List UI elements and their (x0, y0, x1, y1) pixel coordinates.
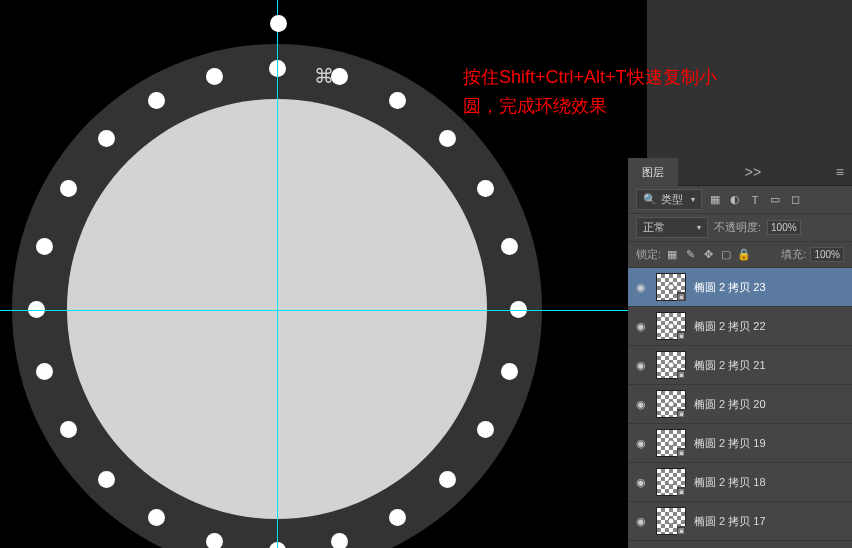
filter-type-label: 类型 (661, 192, 683, 207)
bolt-dot[interactable] (439, 130, 456, 147)
fill-label: 填充: (781, 247, 806, 262)
search-icon: 🔍 (643, 193, 657, 206)
layer-thumbnail[interactable]: ▣ (656, 507, 686, 535)
layer-row[interactable]: ◉▣椭圆 2 拷贝 18 (628, 463, 852, 502)
layer-thumbnail[interactable]: ▣ (656, 351, 686, 379)
lock-label: 锁定: (636, 247, 661, 262)
fill-value[interactable]: 100% (810, 247, 844, 262)
visibility-toggle-icon[interactable]: ◉ (634, 320, 648, 333)
filter-smart-icon[interactable]: ◻ (788, 193, 802, 206)
visibility-toggle-icon[interactable]: ◉ (634, 437, 648, 450)
visibility-toggle-icon[interactable]: ◉ (634, 398, 648, 411)
shape-layer-icon: ▣ (677, 409, 686, 418)
selected-bolt-dot[interactable] (270, 15, 287, 32)
annotation-line2: 圆，完成环绕效果 (463, 96, 607, 116)
bolt-dot[interactable] (206, 68, 223, 85)
filter-shape-icon[interactable]: ▭ (768, 193, 782, 206)
layer-name-label[interactable]: 椭圆 2 拷贝 22 (694, 319, 766, 334)
filter-pixel-icon[interactable]: ▦ (708, 193, 722, 206)
lock-brush-icon[interactable]: ✎ (683, 248, 697, 261)
bolt-dot[interactable] (206, 533, 223, 548)
layer-thumbnail[interactable]: ▣ (656, 390, 686, 418)
bolt-dot[interactable] (36, 363, 53, 380)
visibility-toggle-icon[interactable]: ◉ (634, 359, 648, 372)
layer-row[interactable]: ◉▣椭圆 2 拷贝 21 (628, 346, 852, 385)
guide-vertical[interactable] (277, 0, 278, 548)
shape-layer-icon: ▣ (677, 370, 686, 379)
layer-name-label[interactable]: 椭圆 2 拷贝 17 (694, 514, 766, 529)
chevron-down-icon: ▾ (697, 223, 701, 232)
bolt-dot[interactable] (510, 301, 527, 318)
filter-type-select[interactable]: 🔍 类型 ▾ (636, 189, 702, 210)
layer-thumbnail[interactable]: ▣ (656, 429, 686, 457)
bolt-dot[interactable] (331, 533, 348, 548)
shape-layer-icon: ▣ (677, 448, 686, 457)
layer-row[interactable]: ◉▣椭圆 2 拷贝 19 (628, 424, 852, 463)
lock-all-icon[interactable]: 🔒 (737, 248, 751, 261)
annotation-line1: 按住Shift+Ctrl+Alt+T快速复制小 (463, 67, 717, 87)
bolt-dot[interactable] (36, 238, 53, 255)
transform-center-icon: ⌘ (314, 64, 332, 88)
layer-row[interactable]: ◉▣椭圆 2 拷贝 17 (628, 502, 852, 541)
bolt-dot[interactable] (331, 68, 348, 85)
lock-artboard-icon[interactable]: ▢ (719, 248, 733, 261)
lock-row: 锁定: ▦ ✎ ✥ ▢ 🔒 填充: 100% (628, 242, 852, 268)
visibility-toggle-icon[interactable]: ◉ (634, 281, 648, 294)
layer-row[interactable]: ◉▣椭圆 2 拷贝 23 (628, 268, 852, 307)
visibility-toggle-icon[interactable]: ◉ (634, 515, 648, 528)
layer-name-label[interactable]: 椭圆 2 拷贝 21 (694, 358, 766, 373)
opacity-label: 不透明度: (714, 220, 761, 235)
filter-text-icon[interactable]: T (748, 194, 762, 206)
guide-horizontal[interactable] (0, 310, 630, 311)
bolt-dot[interactable] (28, 301, 45, 318)
panel-menu-icon[interactable]: ≡ (828, 164, 852, 180)
bolt-dot[interactable] (389, 92, 406, 109)
bolt-dot[interactable] (98, 471, 115, 488)
layer-name-label[interactable]: 椭圆 2 拷贝 18 (694, 475, 766, 490)
shape-layer-icon: ▣ (677, 526, 686, 535)
layers-panel[interactable]: 图层 >> ≡ 🔍 类型 ▾ ▦ ◐ T ▭ ◻ 正常 ▾ 不透明度: 100%… (628, 158, 852, 548)
layer-list: ◉▣椭圆 2 拷贝 23◉▣椭圆 2 拷贝 22◉▣椭圆 2 拷贝 21◉▣椭圆… (628, 268, 852, 541)
shape-layer-icon: ▣ (677, 487, 686, 496)
panel-expand-icon[interactable]: >> (737, 164, 769, 180)
bolt-dot[interactable] (60, 180, 77, 197)
layer-name-label[interactable]: 椭圆 2 拷贝 23 (694, 280, 766, 295)
lock-move-icon[interactable]: ✥ (701, 248, 715, 261)
annotation-text: 按住Shift+Ctrl+Alt+T快速复制小 圆，完成环绕效果 (463, 63, 717, 121)
layer-row[interactable]: ◉▣椭圆 2 拷贝 22 (628, 307, 852, 346)
blend-row: 正常 ▾ 不透明度: 100% (628, 214, 852, 242)
layer-row[interactable]: ◉▣椭圆 2 拷贝 20 (628, 385, 852, 424)
layer-name-label[interactable]: 椭圆 2 拷贝 20 (694, 397, 766, 412)
layer-name-label[interactable]: 椭圆 2 拷贝 19 (694, 436, 766, 451)
bolt-dot[interactable] (148, 92, 165, 109)
opacity-value[interactable]: 100% (767, 220, 801, 235)
filter-row: 🔍 类型 ▾ ▦ ◐ T ▭ ◻ (628, 186, 852, 214)
layer-thumbnail[interactable]: ▣ (656, 468, 686, 496)
shape-layer-icon: ▣ (677, 292, 686, 301)
bolt-dot[interactable] (60, 421, 77, 438)
blend-mode-select[interactable]: 正常 ▾ (636, 217, 708, 238)
lock-pixels-icon[interactable]: ▦ (665, 248, 679, 261)
layer-thumbnail[interactable]: ▣ (656, 273, 686, 301)
visibility-toggle-icon[interactable]: ◉ (634, 476, 648, 489)
layer-thumbnail[interactable]: ▣ (656, 312, 686, 340)
panel-header: 图层 >> ≡ (628, 158, 852, 186)
chevron-down-icon: ▾ (691, 195, 695, 204)
blend-mode-value: 正常 (643, 220, 665, 235)
bolt-dot[interactable] (439, 471, 456, 488)
shape-layer-icon: ▣ (677, 331, 686, 340)
layers-tab[interactable]: 图层 (628, 158, 678, 186)
filter-adjust-icon[interactable]: ◐ (728, 193, 742, 206)
